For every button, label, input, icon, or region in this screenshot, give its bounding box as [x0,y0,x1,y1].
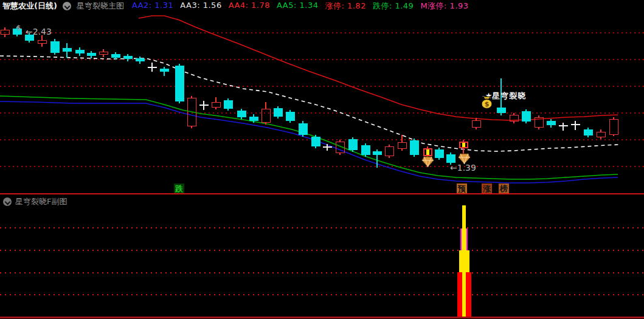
candle-wick [563,123,564,131]
candle-doji [559,125,568,126]
candle-down [410,140,419,155]
mini-dollar-icon: $ [16,24,21,31]
signal-stripe [462,143,465,147]
band-lines-svg [0,0,644,319]
candle-doji [323,146,332,148]
candle-up [472,120,481,128]
candle-up [38,40,47,44]
candle-down [286,112,295,121]
candle-up [385,146,394,156]
candle-wick [613,135,614,136]
indicator-value: AA4: 1.78 [229,1,270,12]
candle-wick [600,137,601,139]
candle-up [336,142,345,153]
stock-title: 智慧农业(日线) [2,1,57,12]
candle-down [497,108,506,113]
candle-wick [339,153,341,155]
candle-doji [199,105,209,106]
candle-down [111,54,120,58]
candle-wick [4,35,5,37]
signal-label: 星穹裂晓 [492,91,526,100]
gem-icon [421,156,434,168]
indicator-value: 涨停: 1.82 [325,1,365,12]
lower_band_green-line [0,96,618,179]
candle-up [1,30,10,35]
candle-signal [423,148,432,156]
chart-tag: 榜 [499,184,509,194]
candle-down [237,111,246,117]
candle-down [373,151,382,155]
candle-wick [191,126,192,128]
left-arrow-icon: ← [450,163,457,173]
candle-up [609,119,618,135]
candle-doji [148,67,157,68]
indicator-value: AA2: 1.31 [132,1,173,12]
candle-wick [538,128,539,129]
left-arrow-icon: ← [26,27,33,36]
candle-down [160,69,169,72]
candle-down [348,139,358,150]
sub-indicator-name[interactable]: 星穹裂晓F副图 [15,196,67,207]
candle-down [175,66,184,101]
chevron-down-icon[interactable] [63,2,71,10]
signal-bar-yellow [459,250,469,272]
main-indicator-name[interactable]: 星穹裂晓主图 [77,1,124,12]
panel-divider [0,193,644,194]
candle-wick [401,149,403,151]
candle-down [299,123,308,135]
indicator-value: AA5: 1.34 [277,1,318,12]
candle-wick [401,135,403,142]
indicator-value: M涨停: 1.93 [420,1,468,12]
candle-down [50,41,60,53]
chart-tag: 涨 [482,184,492,194]
sub-panel-header: 星穹裂晓F副图 [0,196,644,208]
candle-down [446,154,455,163]
candle-doji [571,124,580,125]
chevron-down-icon[interactable] [3,197,12,206]
candle-down [75,50,85,53]
candle-wick [513,122,514,123]
candle-wick [215,108,216,109]
candle-down [224,100,233,109]
candle-up [398,142,407,149]
candle-down [87,53,96,56]
stock-app-window: 智慧农业(日线) 星穹裂晓主图 AA2: 1.31AA3: 1.56AA4: 1… [0,0,644,319]
candle-down [123,56,133,59]
chart-tag: 预 [457,184,467,194]
candle-wick [265,102,266,109]
candle-wick [103,55,104,57]
candle-up [510,115,519,122]
candle-down [522,111,531,122]
title-bar: 智慧农业(日线) 星穹裂晓主图 AA2: 1.31AA3: 1.56AA4: 1… [0,0,644,12]
candle-up [535,117,544,128]
candle-wick [575,121,576,130]
candle-wick [476,128,477,129]
candle-down [136,58,145,61]
signal-bar-magenta-outline [460,228,468,250]
upper_band-line [139,16,618,120]
candle-up [212,102,221,108]
candle-up [597,132,606,137]
signal-stripe [426,149,429,155]
moneybag-icon: $ [480,96,493,109]
signal-bar-yellow [462,205,466,228]
candle-down [361,145,370,155]
candle-down [435,149,444,158]
signal-bar-stripe [462,272,466,317]
gem-icon [458,153,471,165]
candle-down [584,129,593,135]
indicator-values: AA2: 1.31AA3: 1.56AA4: 1.78AA5: 1.34涨停: … [132,1,469,12]
candle-up [99,52,108,55]
candle-signal [459,142,468,148]
candle-up [187,98,196,126]
candle-down [311,137,320,146]
candle-down [274,108,283,117]
candle-down [249,117,258,121]
indicator-value: 跌停: 1.49 [373,1,414,12]
indicator-value: AA3: 1.56 [180,1,221,12]
panel-divider [0,317,644,318]
candle-down [63,48,72,52]
high-price-value: 2.43 [33,27,52,36]
candle-wick [389,156,390,158]
high-price-annotation: ←2.43 [26,27,52,36]
